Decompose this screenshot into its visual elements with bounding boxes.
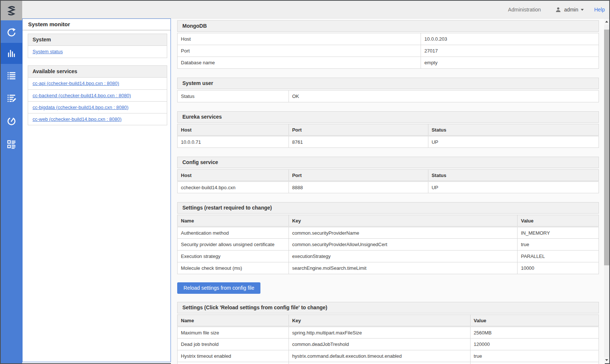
system-section: System System status [28, 34, 167, 58]
column-header: Key [289, 215, 517, 227]
section-title: Eureka services [182, 114, 222, 120]
config-service-section-header: Config service [177, 157, 599, 168]
cell-key: common.deadJobTreshold [289, 339, 470, 350]
list-item: cc-bigdata (cchecker-build14.bpo.cxn : 8… [28, 101, 167, 113]
table-row: Authentication method common.securityPro… [178, 227, 599, 239]
system-status-link[interactable]: System status [33, 49, 63, 54]
mongodb-section: MongoDB Host 10.0.0.203 Port 27017 Datab… [177, 20, 599, 69]
column-header: Value [470, 315, 599, 327]
cell-value: true [470, 350, 599, 362]
config-service-section: Config service Host Port Status cchecker… [177, 157, 599, 193]
cell-value: PARALLEL [518, 251, 599, 262]
table-row: Dead job treshold common.deadJobTreshold… [178, 339, 599, 350]
sidebar-item-edit-list[interactable] [1, 87, 22, 108]
scroll-up-button[interactable] [604, 18, 609, 25]
cell-host: cchecker-build14.bpo.cxn [178, 181, 289, 193]
eureka-table: Host Port Status 10.0.0.71 8761 UP [177, 124, 599, 148]
service-link-cc-api[interactable]: cc-api (cchecker-build14.bpo.cxn : 8080) [33, 81, 119, 86]
settings-restart-table: Name Key Value Authentication method com… [177, 215, 599, 274]
page-title: System monitor [23, 19, 171, 30]
cell-name: Authentication method [178, 227, 289, 239]
cell-name: Maximum file size [178, 327, 289, 339]
main-content: MongoDB Host 10.0.0.203 Port 27017 Datab… [171, 18, 605, 364]
chevron-down-icon [581, 9, 584, 11]
edit-list-icon [6, 93, 17, 103]
service-link-cc-web[interactable]: cc-web (cchecker-build14.bpo.cxn : 8080) [33, 116, 122, 122]
table-header-row: Name Key Value [178, 215, 599, 227]
column-header: Host [178, 170, 289, 181]
row-value: OK [289, 91, 599, 102]
settings-reload-section: Settings (Click 'Reload settings from co… [177, 302, 599, 364]
cell-value: 120000 [470, 339, 599, 350]
triangle-down-icon [605, 359, 608, 361]
cell-port: 8888 [289, 181, 428, 193]
cell-key: common.securityProviderAllowUnsignedCert [289, 239, 517, 251]
app-logo[interactable] [1, 1, 22, 20]
cell-key: common.securityProviderName [289, 227, 517, 239]
section-title: System user [182, 80, 213, 86]
column-header: Port [289, 170, 428, 181]
topbar: Administration admin Help [22, 1, 609, 18]
column-header: Status [428, 170, 599, 181]
cell-name [178, 362, 289, 364]
section-title: MongoDB [182, 23, 207, 29]
table-row: Database name empty [178, 57, 599, 69]
list-item: cc-web (cchecker-build14.bpo.cxn : 8080) [28, 113, 167, 125]
cell-host: 10.0.0.71 [178, 136, 289, 148]
help-link[interactable]: Help [594, 7, 605, 13]
user-name: admin [564, 7, 578, 13]
scroll-down-button[interactable] [604, 357, 609, 363]
user-menu[interactable]: admin [555, 6, 584, 13]
sidebar-item-refresh[interactable] [1, 22, 22, 43]
table-row: 10.0.0.71 8761 UP [178, 136, 599, 148]
settings-reload-section-header: Settings (Click 'Reload settings from co… [177, 302, 599, 313]
section-title: Settings (Click 'Reload settings from co… [182, 305, 327, 310]
table-row: Security provider allows unsigned certif… [178, 239, 599, 251]
config-service-table: Host Port Status cchecker-build14.bpo.cx… [177, 169, 599, 193]
column-header: Status [428, 124, 599, 136]
row-value: 10.0.0.203 [421, 33, 599, 45]
cell-value [470, 362, 599, 364]
cell-key: spring.http.multipart.maxFileSize [289, 327, 470, 339]
service-link-cc-bigdata[interactable]: cc-bigdata (cchecker-build14.bpo.cxn : 8… [33, 105, 128, 110]
administration-nav-label[interactable]: Administration [508, 7, 541, 13]
list-icon [6, 70, 17, 81]
column-header: Host [178, 124, 289, 136]
cell-name: Execution strategy [178, 251, 289, 262]
table-row: Molecule check timeout (ms) searchEngine… [178, 262, 599, 274]
service-link-cc-backend[interactable]: cc-backend (cchecker-build14.bpo.cxn : 8… [33, 93, 131, 98]
sidebar-item-list[interactable] [1, 65, 22, 86]
reload-settings-button[interactable]: Reload settings from config file [177, 282, 260, 294]
column-header: Value [518, 215, 599, 227]
sidebar-item-gauge[interactable] [1, 110, 22, 132]
scrollbar-thumb[interactable] [604, 30, 609, 265]
cell-value: 2560MB [470, 327, 599, 339]
settings-reload-table: Name Key Value Maximum file size spring.… [177, 314, 599, 364]
vertical-scrollbar[interactable] [604, 18, 609, 363]
cell-port: 8761 [289, 136, 428, 148]
sidebar-item-report[interactable] [1, 133, 22, 154]
cell-key: hystrix.command.default.execution.timeou… [289, 350, 470, 362]
row-label: Host [178, 33, 421, 45]
available-services-section: Available services cc-api (cchecker-buil… [28, 65, 167, 125]
table-header-row: Name Key Value [178, 315, 599, 327]
table-row: Host 10.0.0.203 [178, 33, 599, 45]
table-row: Execution strategy executionStrategy PAR… [178, 251, 599, 262]
sidebar-nav [1, 20, 22, 363]
cell-status: UP [428, 181, 599, 193]
table-row: Status OK [178, 91, 599, 102]
button-row: Reload settings from config file [177, 282, 599, 294]
logo-s-glyph [5, 4, 18, 17]
list-item: cc-backend (cchecker-build14.bpo.cxn : 8… [28, 89, 167, 101]
app-window: Administration admin Help [0, 0, 610, 364]
system-user-table: Status OK [177, 90, 599, 102]
cell-key [289, 362, 470, 364]
cell-status: UP [428, 136, 599, 148]
sidebar-item-system-monitor[interactable] [1, 43, 22, 64]
table-header-row: Host Port Status [178, 170, 599, 181]
list-item: System status [28, 46, 167, 58]
list-item: cc-api (cchecker-build14.bpo.cxn : 8080) [28, 78, 167, 89]
cell-name: Dead job treshold [178, 339, 289, 350]
cell-name: Hystrix timeout enabled [178, 350, 289, 362]
settings-restart-section-header: Settings (restart required to change) [177, 202, 599, 214]
